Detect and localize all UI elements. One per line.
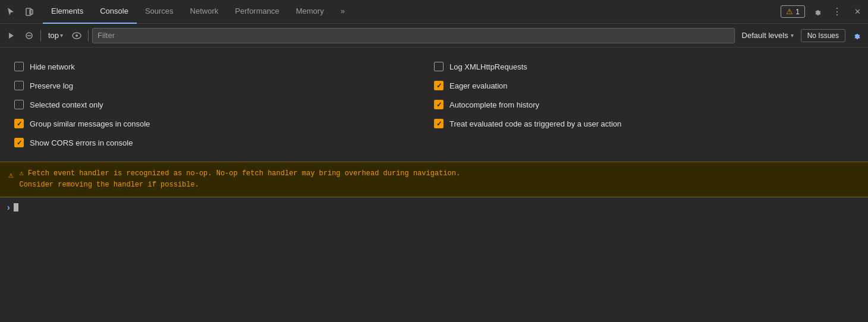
warning-line1: ⚠ Fetch event handler is recognized as n… [19, 168, 460, 179]
filter-input[interactable] [92, 28, 735, 43]
tab-performance[interactable]: Performance [227, 0, 287, 24]
console-prompt-row[interactable]: › [0, 197, 868, 217]
hide-network-label: Hide network [30, 62, 75, 71]
tab-more[interactable]: » [332, 0, 353, 24]
settings-left-col: Hide network Preserve log Selected conte… [14, 57, 434, 152]
autocomplete-row[interactable]: Autocomplete from history [434, 95, 854, 114]
close-icon[interactable]: ✕ [849, 4, 866, 20]
no-issues-label: No Issues [807, 31, 839, 40]
autocomplete-checkbox[interactable] [434, 100, 444, 109]
context-selector[interactable]: top ▾ [45, 30, 67, 41]
settings-right-col: Log XMLHttpRequests Eager evaluation Aut… [434, 57, 854, 152]
context-label: top [48, 31, 59, 40]
group-similar-row[interactable]: Group similar messages in console [14, 114, 434, 133]
toolbar-divider [40, 30, 41, 42]
console-settings-panel: Hide network Preserve log Selected conte… [0, 48, 868, 162]
cursor-icon[interactable] [2, 4, 19, 20]
selected-context-row[interactable]: Selected context only [14, 95, 434, 114]
treat-evaluated-label: Treat evaluated code as triggered by a u… [449, 119, 621, 128]
preserve-log-row[interactable]: Preserve log [14, 76, 434, 95]
toolbar-divider-2 [88, 30, 89, 42]
tab-bar: Elements Console Sources Network Perform… [0, 0, 868, 24]
warning-count: 1 [795, 8, 800, 16]
cors-errors-checkbox[interactable] [14, 138, 24, 147]
more-options-icon[interactable]: ⋮ [829, 4, 845, 20]
warning-message-row: ⚠ ⚠ Fetch event handler is recognized as… [0, 162, 868, 197]
settings-icon[interactable] [809, 4, 825, 20]
tab-console[interactable]: Console [92, 0, 137, 24]
log-xmlhttp-checkbox[interactable] [434, 62, 444, 71]
treat-evaluated-checkbox[interactable] [434, 119, 444, 128]
warning-line2: Consider removing the handler if possibl… [19, 179, 460, 191]
svg-marker-2 [9, 33, 14, 39]
warning-triangle-icon: ⚠ [8, 169, 13, 182]
svg-point-6 [76, 34, 78, 37]
execute-context-icon[interactable] [4, 28, 19, 43]
warning-badge[interactable]: ⚠ 1 [781, 5, 805, 18]
hide-network-checkbox[interactable] [14, 62, 24, 71]
levels-label: Default levels [742, 31, 788, 40]
eager-eval-checkbox[interactable] [434, 81, 444, 90]
log-xmlhttp-row[interactable]: Log XMLHttpRequests [434, 57, 854, 76]
chevron-down-icon: ▾ [60, 32, 63, 39]
tab-sources[interactable]: Sources [137, 0, 182, 24]
preserve-log-label: Preserve log [30, 81, 73, 90]
eager-eval-label: Eager evaluation [449, 81, 508, 90]
group-similar-label: Group similar messages in console [30, 119, 150, 128]
group-similar-checkbox[interactable] [14, 119, 24, 128]
eye-icon[interactable] [69, 28, 84, 43]
log-levels-button[interactable]: Default levels ▾ [737, 30, 798, 41]
device-icon[interactable] [21, 4, 38, 20]
console-settings-icon[interactable] [848, 27, 864, 44]
cors-errors-label: Show CORS errors in console [30, 138, 133, 147]
eager-eval-row[interactable]: Eager evaluation [434, 76, 854, 95]
hide-network-row[interactable]: Hide network [14, 57, 434, 76]
tab-memory[interactable]: Memory [288, 0, 332, 24]
console-toolbar: top ▾ Default levels ▾ No Issues [0, 24, 868, 48]
tab-network[interactable]: Network [182, 0, 227, 24]
prompt-cursor [14, 203, 18, 211]
treat-evaluated-row[interactable]: Treat evaluated code as triggered by a u… [434, 114, 854, 133]
clear-console-icon[interactable] [21, 28, 37, 43]
selected-context-checkbox[interactable] [14, 100, 24, 109]
tab-bar-right: ⚠ 1 ⋮ ✕ [781, 4, 866, 20]
warning-message-text: ⚠ Fetch event handler is recognized as n… [19, 168, 460, 191]
devtools-icons [2, 4, 38, 20]
tab-elements[interactable]: Elements [43, 0, 92, 24]
levels-chevron-icon: ▾ [791, 32, 794, 39]
warning-icon: ⚠ [786, 7, 793, 16]
no-issues-button[interactable]: No Issues [801, 29, 845, 42]
autocomplete-label: Autocomplete from history [449, 100, 539, 109]
prompt-arrow-icon: › [7, 203, 10, 212]
selected-context-label: Selected context only [30, 100, 103, 109]
preserve-log-checkbox[interactable] [14, 81, 24, 90]
log-xmlhttp-label: Log XMLHttpRequests [449, 62, 527, 71]
cors-errors-row[interactable]: Show CORS errors in console [14, 133, 434, 152]
